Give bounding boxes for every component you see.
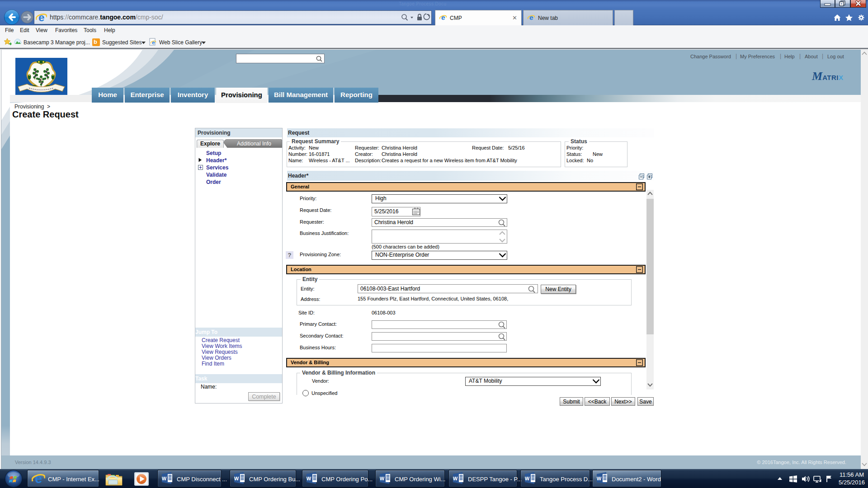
- svg-text:Additional Info: Additional Info: [237, 141, 271, 147]
